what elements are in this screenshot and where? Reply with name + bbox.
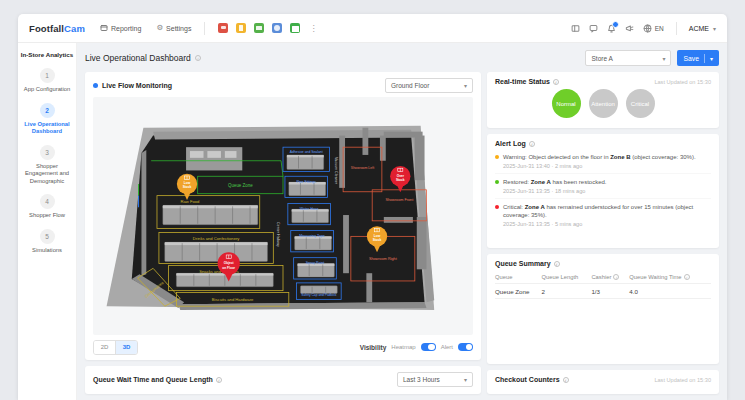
topbar-divider [204,22,205,35]
realtime-status-card: Real-time Status Last Updated on 15:30 N… [487,72,719,128]
layout-columns-icon[interactable] [571,24,580,33]
table-cell: 4.0 [629,284,711,299]
more-apps-kebab-icon[interactable]: ⋮ [309,24,317,33]
account-name: ACME [689,25,709,32]
heatmap-toggle[interactable] [421,343,436,352]
amber-document-app-icon[interactable] [236,23,246,33]
queue-summary-table: QueueQueue LengthCashierQueue Waiting Ti… [495,271,711,299]
queue-summary-card: Queue Summary QueueQueue LengthCashierQu… [487,254,719,364]
svg-text:Raw Food: Raw Food [180,199,200,204]
queue-chart-title: Queue Wait Time and Queue Length [93,376,222,383]
blue-people-app-icon[interactable] [272,23,282,33]
page-title: Live Operational Dashboard [85,53,201,63]
view-mode-toggle: 2D3D [93,340,138,355]
globe-icon [643,24,652,33]
green-calendar-app-icon[interactable] [290,23,300,33]
sidebar-step-2[interactable]: 2Live Operational Dashboard [18,103,76,136]
live-flow-footer: 2D3D Visibility HeatmapAlert [93,340,473,354]
alert-body: Critical: Zone A has remained understock… [503,203,711,227]
sidebar-title: In-Store Analytics [18,51,76,58]
time-range-select[interactable]: Last 3 Hours [397,372,473,387]
green-sheet-app-icon[interactable] [254,23,264,33]
svg-text:Queue Zone: Queue Zone [228,183,253,188]
info-icon[interactable] [563,377,569,383]
info-icon[interactable] [216,377,222,383]
alert-item-critical[interactable]: Critical: Zone A has remained understock… [495,199,711,231]
live-flow-card: Live Flow Monitoring Ground Floor [85,72,481,360]
column-label: Queue [495,274,512,280]
save-dropdown-caret[interactable] [710,55,713,62]
topbar-right: EN ACME [571,22,716,35]
alert-toggle[interactable] [458,343,473,352]
status-circle-normal[interactable]: Normal [552,89,581,118]
language-selector[interactable]: EN [643,24,664,33]
svg-text:Stock: Stock [373,238,382,242]
sidebar-step-1[interactable]: 1App Configuration [18,68,76,94]
queue-chart-card: Queue Wait Time and Queue Length Last 3 … [85,366,481,394]
store-select[interactable]: Store A [585,50,671,66]
save-button[interactable]: Save [677,50,719,66]
nav-settings[interactable]: ⚙ Settings [156,24,191,32]
account-menu[interactable]: ACME [689,25,716,32]
topbar: FootfallCam Reporting ⚙ Settings ⋮ EN [18,14,727,43]
queue-summary-title: Queue Summary [495,260,560,267]
view-mode-2d-button[interactable]: 2D [94,341,115,354]
live-indicator-dot [93,83,98,88]
app-shortcuts [218,23,300,33]
sidebar-step-3[interactable]: 3Shopper Engagement and Demographic [18,145,76,186]
info-icon[interactable] [553,79,559,85]
svg-text:Adhesive and Sealant: Adhesive and Sealant [290,150,323,154]
svg-text:Measuring Tape: Measuring Tape [299,234,324,238]
svg-text:Water Hose: Water Hose [300,207,319,211]
info-icon[interactable] [613,274,619,280]
alert-item-warning[interactable]: Warning: Object detected on the floor in… [495,149,711,174]
table-row[interactable]: Queue Zone21/34.0 [495,284,711,299]
floor-map[interactable]: Queue Zone Raw Food Drinks and Confectio… [93,97,473,335]
alert-body: Restored: Zone A has been restocked.2025… [503,178,607,194]
alert-log-title: Alert Log [495,140,535,147]
svg-text:Showroom Right: Showroom Right [369,257,398,261]
column-label: Queue Waiting Time [629,274,689,280]
step-number: 4 [40,194,55,209]
alert-item-restored[interactable]: Restored: Zone A has been restocked.2025… [495,174,711,199]
step-number: 3 [40,145,55,160]
bell-icon[interactable] [607,24,616,33]
alert-list: Warning: Object detected on the floor in… [495,149,711,231]
realtime-status-title: Real-time Status [495,78,559,85]
red-app-icon[interactable] [218,23,228,33]
main-content: Live Operational Dashboard Store A Save … [77,43,727,400]
restored-dot-icon [495,180,499,184]
view-mode-3d-button[interactable]: 3D [115,341,137,354]
brand-logo[interactable]: FootfallCam [29,23,85,34]
alert-timestamp: 2025-Jun-31 13:35 · 5 mins ago [503,221,711,227]
queue-summary-column: Queue [495,271,542,284]
svg-text:Vacuum Cleaner: Vacuum Cleaner [334,157,338,185]
status-circle-attention[interactable]: Attention [589,89,618,118]
svg-text:Showroom Front: Showroom Front [385,198,414,202]
step-number: 1 [40,68,55,83]
info-icon[interactable] [684,274,690,280]
nav-settings-label: Settings [166,25,191,32]
svg-text:Stock: Stock [183,185,192,189]
column-label: Queue Length [542,274,579,280]
step-label: App Configuration [18,86,76,94]
svg-text:Stock: Stock [396,178,405,182]
status-circle-critical[interactable]: Critical [626,89,655,118]
sidebar-step-5[interactable]: 5Simulations [18,229,76,255]
svg-text:Biscuits and Hardware: Biscuits and Hardware [212,297,254,302]
visibility-toggles: HeatmapAlert [391,343,473,352]
info-icon[interactable] [554,261,560,267]
svg-text:on Floor: on Floor [222,266,236,270]
floor-select[interactable]: Ground Floor [385,78,473,93]
info-icon[interactable] [195,55,201,61]
sidebar-step-4[interactable]: 4Shopper Flow [18,194,76,220]
svg-text:Safety Cap and Padlock: Safety Cap and Padlock [301,293,337,297]
megaphone-icon[interactable] [625,24,634,33]
alert-log-card: Alert Log Warning: Object detected on th… [487,134,719,248]
nav-reporting[interactable]: Reporting [100,24,141,32]
info-icon[interactable] [529,141,535,147]
table-cell: Queue Zone [495,284,542,299]
nav-reporting-label: Reporting [111,25,141,32]
comment-icon[interactable] [589,24,598,33]
notification-badge [612,21,619,28]
